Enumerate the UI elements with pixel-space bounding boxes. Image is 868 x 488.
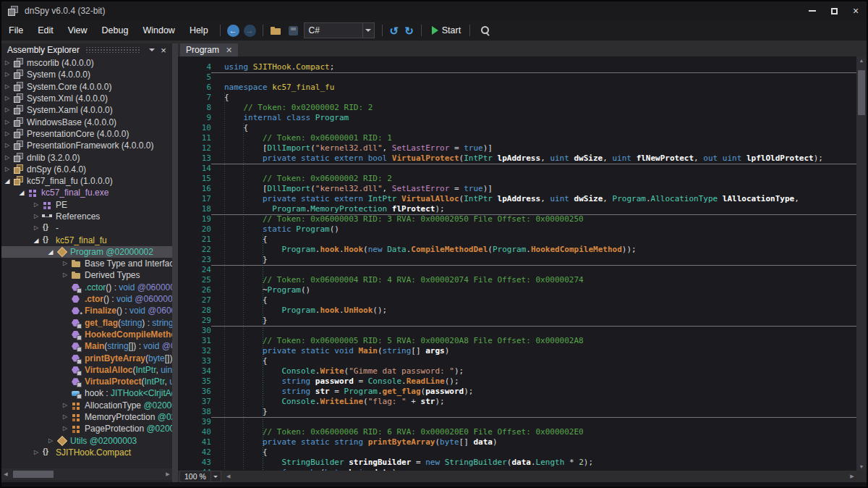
expander-expanded-icon[interactable]: ◢ [45,246,56,258]
close-button[interactable]: × [845,1,867,20]
expander-collapsed-icon[interactable]: ▷ [45,435,56,447]
zoom-control[interactable]: 100 % [179,471,221,482]
expander-collapsed-icon[interactable]: ▷ [1,81,13,93]
scrollbar-thumb[interactable] [13,471,54,478]
expander-collapsed-icon[interactable]: ▷ [59,400,71,411]
scrollbar-thumb[interactable] [858,70,865,115]
assembly-tree[interactable]: ▷mscorlib (4.0.0.0)▷System (4.0.0.0)▷Sys… [1,57,172,468]
scroll-left-icon[interactable]: ◀ [224,474,233,479]
tree-item[interactable]: ◢kc57_final_fu.exe [1,187,172,198]
menu-edit[interactable]: Edit [30,25,61,35]
expander-collapsed-icon[interactable]: ▷ [59,269,71,281]
tree-item[interactable]: ▷References [1,211,172,222]
menu-view[interactable]: View [61,25,95,35]
expander-collapsed-icon[interactable]: ▷ [1,128,13,140]
panel-splitter[interactable] [172,43,178,482]
zoom-dropdown-button[interactable] [210,471,221,481]
expander-expanded-icon[interactable]: ◢ [30,235,42,246]
scroll-down-icon[interactable]: ▼ [856,464,867,469]
menu-file[interactable]: File [1,25,30,35]
tree-item[interactable]: Finalize() : void @0600000 [1,305,172,316]
tree-item[interactable]: printByteArray(byte[]) : st [1,352,172,363]
scroll-left-icon[interactable]: ◀ [1,471,10,477]
combobox-dropdown-button[interactable] [362,23,374,38]
tree-item[interactable]: HookedCompileMethod( [1,329,172,340]
editor-vertical-scrollbar[interactable]: ▲ ▼ [856,56,867,471]
minimize-button[interactable] [801,1,823,20]
expander-collapsed-icon[interactable]: ▷ [1,140,13,151]
expander-collapsed-icon[interactable]: ▷ [1,57,13,69]
tree-item[interactable]: ▷Base Type and Interfaces [1,258,172,269]
expander-collapsed-icon[interactable]: ▷ [30,447,42,458]
expander-collapsed-icon[interactable]: ▷ [1,164,13,175]
tree-item[interactable]: ▷- [1,222,172,234]
expander-expanded-icon[interactable]: ◢ [16,187,27,198]
tree-item[interactable]: VirtualAlloc(IntPtr, uint, P [1,364,172,376]
menu-help[interactable]: Help [182,25,216,35]
expander-expanded-icon[interactable]: ◢ [1,175,13,187]
panel-menu-button[interactable] [146,44,158,56]
tree-item[interactable]: ▷System.Xaml (4.0.0.0) [1,104,172,116]
start-play-icon[interactable] [432,26,438,35]
language-combobox[interactable]: C# [304,22,375,38]
tree-item[interactable]: .cctor() : void @06000003 [1,282,172,293]
tree-item[interactable]: ▷Derived Types [1,269,172,281]
tree-item[interactable]: ▷Utils @02000003 [1,435,172,447]
start-button[interactable]: Start [442,25,461,35]
scroll-right-icon[interactable]: ▶ [163,471,172,477]
code-editor[interactable]: 4using SJITHook.Compact;56namespace kc57… [178,56,856,471]
scroll-up-icon[interactable]: ▲ [856,58,867,63]
undo-icon[interactable]: ↺ [390,25,399,36]
tree-item[interactable]: ▷mscorlib (4.0.0.0) [1,57,172,69]
tree-item[interactable]: ▷AllocationType @0200000 [1,400,172,411]
tree-item[interactable]: get_flag(string) : string @ [1,317,172,329]
tree-item[interactable]: ▷PresentationCore (4.0.0.0) [1,128,172,140]
tree-item[interactable]: ▷MemoryProtection @020 [1,411,172,423]
editor-horizontal-scrollbar[interactable]: ◀ ▶ [224,471,856,482]
expander-collapsed-icon[interactable]: ▷ [1,152,13,164]
open-folder-icon[interactable] [271,26,283,35]
expander-collapsed-icon[interactable]: ▷ [30,222,42,234]
tree-item[interactable]: ▷dnlib (3.2.0.0) [1,151,172,163]
panel-grip[interactable] [85,47,140,53]
scrollbar-track[interactable] [233,471,848,482]
tree-item[interactable]: ◢kc57_final_fu (1.0.0.0) [1,175,172,187]
expander-collapsed-icon[interactable]: ▷ [30,211,42,222]
expander-collapsed-icon[interactable]: ▷ [30,199,42,211]
menu-debug[interactable]: Debug [95,25,136,35]
tree-horizontal-scrollbar[interactable]: ◀ ▶ [1,468,172,480]
expander-collapsed-icon[interactable]: ▷ [1,117,13,128]
tree-item[interactable]: ▷PageProtection @0200000 [1,423,172,434]
tree-item[interactable]: VirtualProtect(IntPtr, uint, [1,376,172,387]
save-module-icon[interactable] [289,26,298,35]
forward-button[interactable]: → [244,25,256,37]
menu-window[interactable]: Window [135,25,182,35]
expander-collapsed-icon[interactable]: ▷ [59,423,71,434]
tree-item[interactable]: ▷System.Xml (4.0.0.0) [1,93,172,104]
tree-item[interactable]: ◢kc57_final_fu [1,234,172,245]
panel-close-button[interactable]: × [158,44,169,56]
scroll-right-icon[interactable]: ▶ [848,474,856,479]
tree-item[interactable]: Main(string[]) : void @06 [1,340,172,352]
back-button[interactable]: ← [227,25,239,37]
expander-collapsed-icon[interactable]: ▷ [1,93,13,104]
expander-collapsed-icon[interactable]: ▷ [1,104,13,116]
tree-item[interactable]: ▷System.Core (4.0.0.0) [1,81,172,93]
tree-item[interactable]: hook : JITHook<ClrjitAdd [1,387,172,399]
redo-icon[interactable]: ↻ [404,25,414,36]
tab-program[interactable]: Program ✕ [180,43,238,56]
tree-item[interactable]: ▷SJITHook.Compact [1,447,172,458]
tab-close-icon[interactable]: ✕ [226,46,232,54]
expander-collapsed-icon[interactable]: ▷ [1,69,13,80]
expander-collapsed-icon[interactable]: ▷ [59,258,71,269]
tree-item[interactable]: ▷dnSpy (6.0.4.0) [1,164,172,175]
tree-item[interactable]: ▷System (4.0.0.0) [1,69,172,80]
maximize-button[interactable] [823,1,845,20]
tree-item[interactable]: ◢Program @02000002 [1,246,172,258]
expander-collapsed-icon[interactable]: ▷ [59,411,71,423]
tree-item[interactable]: .ctor() : void @06000009 [1,293,172,305]
scrollbar-track[interactable] [10,468,163,480]
tree-item[interactable]: ▷PE [1,199,172,211]
tree-item[interactable]: ▷PresentationFramework (4.0.0.0) [1,140,172,151]
tree-item[interactable]: ▷WindowsBase (4.0.0.0) [1,116,172,127]
